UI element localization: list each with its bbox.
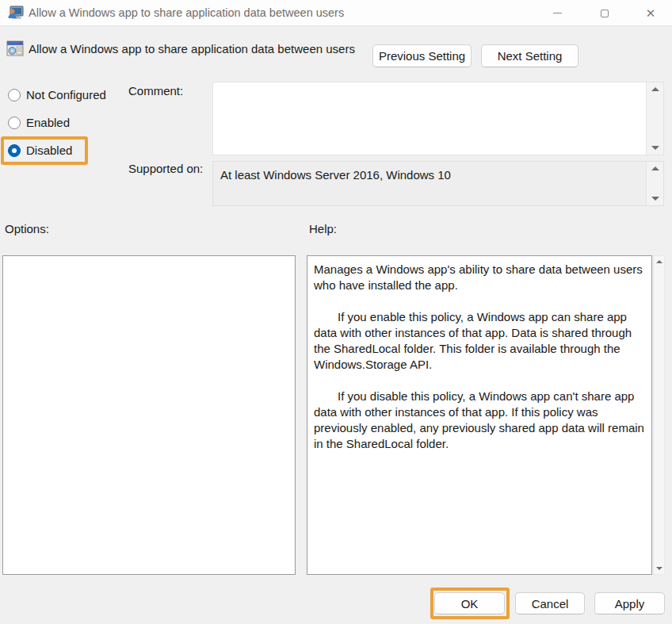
window-title: Allow a Windows app to share application… xyxy=(29,6,344,19)
options-pane xyxy=(2,255,296,575)
close-button[interactable]: ✕ xyxy=(634,0,667,26)
supported-on-box: At least Windows Server 2016, Windows 10 xyxy=(212,161,664,206)
minimize-icon xyxy=(553,13,562,13)
apply-button[interactable]: Apply xyxy=(594,592,665,614)
scroll-up-icon[interactable] xyxy=(656,260,662,263)
radio-disabled[interactable]: Disabled xyxy=(8,144,72,157)
help-paragraph: If you enable this policy, a Windows app… xyxy=(314,309,645,373)
policy-setting-icon xyxy=(6,40,24,57)
ok-button[interactable]: OK xyxy=(434,592,505,614)
supported-on-label: Supported on: xyxy=(128,162,203,175)
radio-not-configured[interactable]: Not Configured xyxy=(8,88,106,101)
radio-label: Enabled xyxy=(26,116,70,129)
scroll-down-icon[interactable] xyxy=(656,567,662,570)
help-label: Help: xyxy=(309,222,337,235)
cancel-button[interactable]: Cancel xyxy=(515,592,585,614)
close-icon: ✕ xyxy=(646,7,656,19)
supported-scrollbar[interactable] xyxy=(646,162,663,205)
titlebar: Allow a Windows app to share application… xyxy=(0,0,672,26)
help-pane: Manages a Windows app's ability to share… xyxy=(307,255,652,575)
next-setting-button[interactable]: Next Setting xyxy=(481,44,578,67)
maximize-button[interactable] xyxy=(588,0,621,26)
supported-on-value: At least Windows Server 2016, Windows 10 xyxy=(213,162,646,205)
previous-setting-button[interactable]: Previous Setting xyxy=(372,44,472,67)
radio-label: Disabled xyxy=(26,144,72,157)
help-paragraph: If you disable this policy, a Windows ap… xyxy=(314,389,645,452)
scroll-up-icon[interactable] xyxy=(651,87,659,91)
policy-title: Allow a Windows app to share application… xyxy=(29,42,355,56)
radio-circle-icon xyxy=(8,117,21,129)
scroll-up-icon[interactable] xyxy=(651,167,659,170)
radio-circle-icon-selected xyxy=(8,144,21,157)
radio-enabled[interactable]: Enabled xyxy=(8,116,70,129)
help-paragraph: Manages a Windows app's ability to share… xyxy=(314,262,645,293)
comment-label: Comment: xyxy=(128,84,183,98)
policy-setting-dialog: Allow a Windows app to share application… xyxy=(0,0,672,624)
comment-scrollbar[interactable] xyxy=(646,82,663,155)
scroll-down-icon[interactable] xyxy=(651,197,659,201)
group-policy-icon xyxy=(7,5,24,21)
radio-label: Not Configured xyxy=(26,88,106,101)
options-label: Options: xyxy=(5,222,49,235)
help-scrollbar[interactable] xyxy=(653,255,665,575)
comment-input[interactable] xyxy=(213,82,646,155)
maximize-icon xyxy=(601,10,609,17)
radio-circle-icon xyxy=(8,89,21,101)
scroll-down-icon[interactable] xyxy=(651,146,659,150)
comment-box xyxy=(212,82,664,155)
minimize-button[interactable] xyxy=(540,0,574,26)
